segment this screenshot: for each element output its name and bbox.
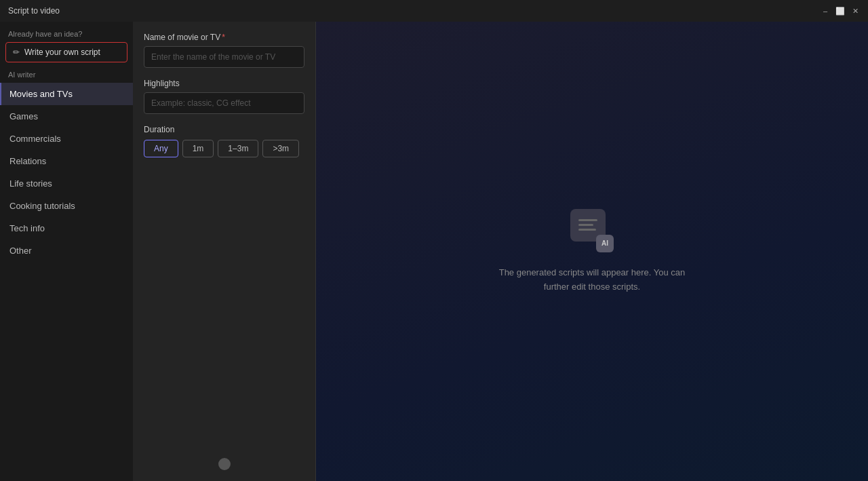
duration-3m-plus-button[interactable]: >3m	[262, 140, 299, 157]
sidebar-item-relations[interactable]: Relations	[0, 150, 133, 172]
sidebar-item-commercials[interactable]: Commercials	[0, 128, 133, 150]
duration-any-button[interactable]: Any	[144, 140, 178, 157]
write-own-script-button[interactable]: ✏ Write your own script	[5, 42, 127, 62]
ai-badge: AI	[596, 235, 614, 252]
ai-icon-container: AI	[570, 209, 614, 252]
highlights-input[interactable]	[144, 92, 304, 114]
window-controls: – ⬜ ✕	[821, 6, 860, 16]
pencil-icon: ✏	[13, 47, 20, 57]
sidebar-item-label: Games	[9, 111, 38, 121]
sidebar-item-games[interactable]: Games	[0, 105, 133, 128]
movie-name-label: Name of movie or TV*	[144, 33, 304, 42]
minimize-button[interactable]: –	[821, 6, 830, 16]
sidebar-item-tech-info[interactable]: Tech info	[0, 217, 133, 239]
required-star: *	[222, 33, 225, 42]
doc-line-1	[578, 219, 597, 221]
sidebar-item-life-stories[interactable]: Life stories	[0, 172, 133, 195]
placeholder-text: The generated scripts will appear here. …	[490, 266, 694, 294]
right-panel: AI The generated scripts will appear her…	[316, 22, 868, 481]
sidebar-item-label: Other	[9, 246, 32, 256]
sidebar-item-label: Cooking tutorials	[9, 201, 75, 211]
form-panel: Name of movie or TV* Highlights Duration…	[133, 22, 316, 481]
already-label: Already have an idea?	[0, 30, 133, 42]
doc-line-3	[578, 229, 596, 231]
main-container: Already have an idea? ✏ Write your own s…	[0, 22, 868, 481]
sidebar-item-cooking-tutorials[interactable]: Cooking tutorials	[0, 195, 133, 217]
duration-label: Duration	[144, 125, 304, 134]
scroll-indicator	[218, 458, 231, 470]
app-title: Script to video	[8, 6, 60, 16]
close-button[interactable]: ✕	[850, 6, 860, 16]
write-own-label: Write your own script	[24, 47, 100, 57]
sidebar-item-movies-and-tvs[interactable]: Movies and TVs	[0, 83, 133, 105]
maximize-button[interactable]: ⬜	[835, 6, 845, 16]
sidebar-item-label: Movies and TVs	[9, 89, 73, 99]
doc-line-2	[578, 224, 593, 226]
sidebar-item-label: Tech info	[9, 223, 45, 233]
movie-name-input[interactable]	[144, 46, 304, 68]
title-bar: Script to video – ⬜ ✕	[0, 0, 868, 22]
sidebar-item-label: Relations	[9, 156, 46, 166]
highlights-label: Highlights	[144, 79, 304, 88]
sidebar-item-other[interactable]: Other	[0, 239, 133, 262]
sidebar-item-label: Life stories	[9, 178, 52, 189]
duration-1-3m-button[interactable]: 1–3m	[218, 140, 258, 157]
ai-writer-label: AI writer	[0, 71, 133, 83]
sidebar: Already have an idea? ✏ Write your own s…	[0, 22, 133, 481]
sidebar-item-label: Commercials	[9, 134, 61, 144]
bottom-bar	[144, 458, 304, 470]
doc-lines	[573, 214, 603, 236]
duration-buttons: Any 1m 1–3m >3m	[144, 140, 304, 157]
duration-1m-button[interactable]: 1m	[182, 140, 214, 157]
